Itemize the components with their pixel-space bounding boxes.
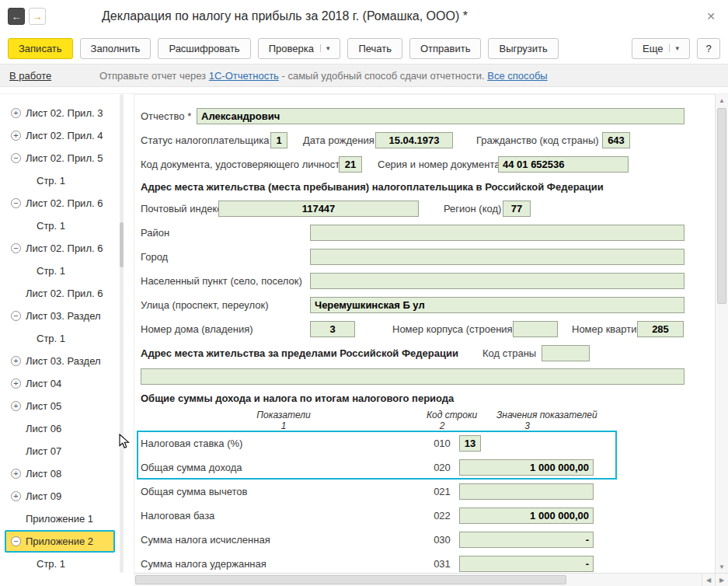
field-label: Серия и номер документа — [378, 159, 498, 170]
citizenship-field[interactable]: 643 — [602, 132, 630, 148]
sidebar-item[interactable]: −Лист 02. Прил. 5 — [5, 147, 118, 169]
apartment-field[interactable]: 285 — [637, 321, 684, 337]
district-field[interactable] — [310, 225, 684, 241]
expand-icon[interactable]: + — [11, 131, 21, 141]
sidebar-item[interactable]: −Лист 02. Прил. 6 — [5, 237, 118, 260]
sidebar-item[interactable]: Приложение 1 — [5, 508, 118, 530]
scrollbar-thumb[interactable] — [135, 575, 566, 584]
region-field[interactable]: 77 — [503, 201, 531, 217]
sidebar-item[interactable]: Стр. 1 — [5, 327, 118, 350]
save-button[interactable]: Записать — [8, 38, 73, 59]
collapse-icon[interactable]: − — [11, 243, 21, 253]
middle-name-field[interactable]: Александрович — [197, 108, 684, 124]
sidebar-item[interactable]: −Лист 02. Прил. 6 — [5, 192, 118, 215]
scroll-down-icon[interactable]: ▼ — [716, 560, 728, 573]
sidebar-item[interactable]: +Лист 05 — [5, 395, 118, 417]
sections-tree: +Лист 02. Прил. 3 +Лист 02. Прил. 4 −Лис… — [5, 94, 118, 573]
close-button[interactable]: ✕ — [702, 7, 720, 26]
tax-withheld-field[interactable]: - — [459, 556, 594, 572]
status-state-link[interactable]: В работе — [9, 70, 99, 82]
section-header-text: Адрес места жительства за пределами Росс… — [141, 347, 482, 359]
forward-button[interactable]: → — [29, 8, 46, 25]
sidebar-item-label: Лист 02. Прил. 6 — [26, 242, 103, 254]
column-title: Значения показателей — [496, 410, 597, 420]
section-header: Адрес места жительства (места пребывания… — [134, 176, 715, 197]
sidebar-item[interactable]: +Лист 04 — [5, 372, 118, 395]
all-methods-link[interactable]: Все способы — [487, 70, 547, 82]
horizontal-scrollbar[interactable]: ◀ ▶ — [134, 573, 728, 586]
fill-button[interactable]: Заполнить — [80, 38, 152, 59]
sidebar-item-label: Лист 02. Прил. 4 — [26, 130, 103, 141]
sidebar-item[interactable]: −Лист 03. Раздел — [5, 305, 118, 327]
sidebar-item[interactable]: Стр. 1 — [5, 215, 118, 237]
scroll-right-icon[interactable]: ▶ — [715, 574, 728, 586]
deductions-total-field[interactable] — [459, 483, 594, 500]
row-code: 021 — [427, 486, 458, 497]
sidebar-item[interactable]: +Лист 09 — [5, 485, 118, 508]
table-row: Сумма налога исчисленная 030 - — [134, 528, 715, 552]
check-button[interactable]: Проверка▾ — [258, 38, 341, 59]
sidebar-item[interactable]: Стр. 1 — [5, 169, 118, 192]
building-field[interactable] — [513, 321, 558, 337]
sidebar-item[interactable]: Стр. 1 — [5, 260, 118, 282]
street-field[interactable]: Черемушкинская Б ул — [310, 297, 684, 313]
sidebar-item-selected[interactable]: −Приложение 2 — [5, 530, 115, 553]
row-code: 031 — [427, 558, 458, 570]
expand-icon[interactable]: + — [11, 356, 21, 366]
expand-icon[interactable]: + — [11, 491, 21, 501]
tax-base-field[interactable]: 1 000 000,00 — [459, 508, 594, 524]
sidebar-scrollbar[interactable] — [120, 94, 124, 573]
collapse-icon[interactable]: − — [11, 536, 21, 546]
collapse-icon[interactable]: − — [11, 153, 21, 163]
row-label: Сумма налога удержанная — [141, 558, 427, 570]
collapse-icon[interactable]: − — [11, 311, 21, 321]
expand-icon[interactable]: + — [11, 401, 21, 411]
row-label: Налоговая база — [141, 510, 427, 521]
sidebar-item-label: Лист 02. Прил. 3 — [26, 107, 103, 119]
decipher-button[interactable]: Расшифровать — [158, 38, 250, 59]
scrollbar-track[interactable] — [134, 574, 702, 586]
sidebar-item[interactable]: +Лист 02. Прил. 3 — [5, 102, 118, 124]
sidebar-item[interactable]: Лист 06 — [5, 417, 118, 440]
country-code-field[interactable] — [542, 345, 590, 361]
tax-calculated-field[interactable]: - — [459, 532, 594, 548]
help-button[interactable]: ? — [697, 38, 720, 59]
scroll-up-icon[interactable]: ▲ — [716, 94, 728, 106]
house-field[interactable]: 3 — [310, 321, 355, 337]
field-label: Регион (код) — [444, 203, 503, 215]
more-button[interactable]: Еще▾ — [632, 38, 690, 59]
sidebar-item[interactable]: +Лист 03. Раздел — [5, 350, 118, 372]
city-field[interactable] — [310, 249, 684, 265]
sidebar-item[interactable]: Лист 02. Прил. 6 — [5, 282, 118, 305]
export-button[interactable]: Выгрузить — [488, 38, 558, 59]
print-button[interactable]: Печать — [347, 38, 402, 59]
income-total-field[interactable]: 1 000 000,00 — [459, 459, 594, 476]
expand-icon[interactable]: + — [11, 108, 21, 118]
expand-icon[interactable]: + — [11, 378, 21, 389]
postal-code-field[interactable]: 117447 — [218, 201, 419, 217]
back-button[interactable]: ← — [8, 8, 25, 25]
service-link[interactable]: 1С-Отчетность — [209, 70, 279, 82]
tax-rate-field[interactable]: 13 — [459, 435, 481, 452]
row-code: 022 — [427, 510, 458, 521]
sidebar-item[interactable]: +Лист 08 — [5, 462, 118, 485]
sidebar-item[interactable]: Лист 07 — [5, 440, 118, 462]
doc-code-field[interactable]: 21 — [339, 156, 362, 173]
sidebar-item[interactable]: +Лист 02. Прил. 4 — [5, 124, 118, 147]
doc-series-field[interactable]: 44 01 652536 — [498, 156, 629, 173]
scrollbar-thumb[interactable] — [717, 108, 726, 304]
foreign-address-field[interactable] — [141, 368, 684, 385]
collapse-icon[interactable]: − — [11, 198, 21, 208]
expand-icon[interactable]: + — [11, 469, 21, 479]
birth-date-field[interactable]: 15.04.1973 — [375, 132, 453, 148]
vertical-scrollbar[interactable]: ▲ ▼ — [715, 94, 728, 573]
row-code: 020 — [427, 462, 458, 473]
send-button[interactable]: Отправить — [409, 38, 481, 59]
scroll-left-icon[interactable]: ◀ — [702, 574, 715, 586]
scrollbar-track[interactable] — [716, 106, 728, 560]
scrollbar-thumb[interactable] — [120, 222, 124, 267]
taxpayer-status-field[interactable]: 1 — [270, 132, 287, 148]
settlement-field[interactable] — [310, 273, 684, 289]
sidebar-item[interactable]: Стр. 1 — [5, 553, 118, 573]
field-label: Номер квартиры — [572, 323, 637, 335]
